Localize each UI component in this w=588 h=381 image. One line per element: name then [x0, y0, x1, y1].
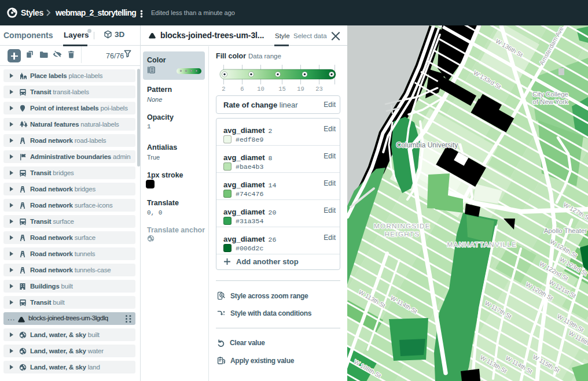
svg-text:6: 6 [240, 86, 244, 91]
svg-text:City College: City College [532, 91, 568, 98]
svg-text:MANHATTANVILLE: MANHATTANVILLE [447, 241, 517, 248]
svg-text:Columbia University: Columbia University [396, 141, 458, 149]
svg-text:19: 19 [297, 86, 304, 91]
svg-text:of New York: of New York [532, 98, 568, 105]
svg-text:HEIGHTS: HEIGHTS [385, 231, 420, 238]
svg-text:23: 23 [315, 86, 323, 91]
svg-text:MORNINGSIDE: MORNINGSIDE [374, 223, 431, 230]
svg-text:Apollo Theater: Apollo Theater [544, 227, 587, 234]
svg-text:15: 15 [278, 86, 286, 91]
svg-text:2: 2 [222, 86, 225, 91]
svg-text:10: 10 [257, 86, 264, 91]
